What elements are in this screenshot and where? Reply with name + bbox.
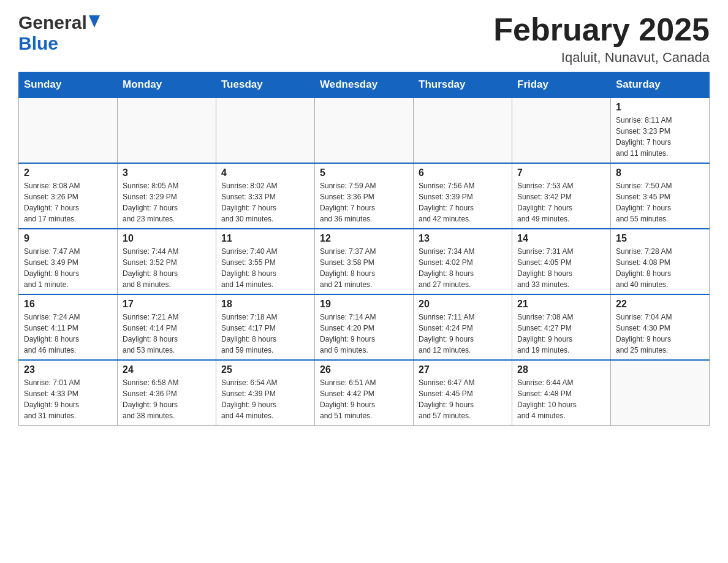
table-row <box>19 98 118 163</box>
day-info: Sunrise: 6:51 AM Sunset: 4:42 PM Dayligh… <box>320 377 408 421</box>
day-number: 3 <box>123 167 211 178</box>
table-row: 13Sunrise: 7:34 AM Sunset: 4:02 PM Dayli… <box>414 229 512 294</box>
table-row: 2Sunrise: 8:08 AM Sunset: 3:26 PM Daylig… <box>19 163 118 229</box>
day-info: Sunrise: 7:56 AM Sunset: 3:39 PM Dayligh… <box>419 180 507 224</box>
table-row: 9Sunrise: 7:47 AM Sunset: 3:49 PM Daylig… <box>19 229 118 294</box>
table-row: 19Sunrise: 7:14 AM Sunset: 4:20 PM Dayli… <box>315 294 414 360</box>
calendar-week-row: 1Sunrise: 8:11 AM Sunset: 3:23 PM Daylig… <box>19 98 710 163</box>
table-row: 27Sunrise: 6:47 AM Sunset: 4:45 PM Dayli… <box>414 360 512 426</box>
table-row: 24Sunrise: 6:58 AM Sunset: 4:36 PM Dayli… <box>118 360 216 426</box>
day-info: Sunrise: 7:37 AM Sunset: 3:58 PM Dayligh… <box>320 246 408 290</box>
day-number: 10 <box>123 233 211 244</box>
day-info: Sunrise: 8:08 AM Sunset: 3:26 PM Dayligh… <box>24 180 112 224</box>
table-row: 26Sunrise: 6:51 AM Sunset: 4:42 PM Dayli… <box>315 360 414 426</box>
title-block: February 2025 Iqaluit, Nunavut, Canada <box>493 12 710 66</box>
table-row: 1Sunrise: 8:11 AM Sunset: 3:23 PM Daylig… <box>611 98 710 163</box>
day-number: 28 <box>517 364 605 375</box>
table-row: 11Sunrise: 7:40 AM Sunset: 3:55 PM Dayli… <box>216 229 315 294</box>
page-header: General Blue February 2025 Iqaluit, Nuna… <box>18 12 710 66</box>
table-row: 14Sunrise: 7:31 AM Sunset: 4:05 PM Dayli… <box>512 229 611 294</box>
day-number: 2 <box>24 167 112 178</box>
day-info: Sunrise: 6:44 AM Sunset: 4:48 PM Dayligh… <box>517 377 605 421</box>
day-info: Sunrise: 8:02 AM Sunset: 3:33 PM Dayligh… <box>221 180 309 224</box>
calendar-week-row: 9Sunrise: 7:47 AM Sunset: 3:49 PM Daylig… <box>19 229 710 294</box>
day-info: Sunrise: 8:05 AM Sunset: 3:29 PM Dayligh… <box>123 180 211 224</box>
day-number: 1 <box>616 102 704 113</box>
day-info: Sunrise: 7:34 AM Sunset: 4:02 PM Dayligh… <box>419 246 507 290</box>
table-row: 23Sunrise: 7:01 AM Sunset: 4:33 PM Dayli… <box>19 360 118 426</box>
day-info: Sunrise: 7:47 AM Sunset: 3:49 PM Dayligh… <box>24 246 112 290</box>
day-info: Sunrise: 6:54 AM Sunset: 4:39 PM Dayligh… <box>221 377 309 421</box>
table-row: 22Sunrise: 7:04 AM Sunset: 4:30 PM Dayli… <box>611 294 710 360</box>
header-friday: Friday <box>512 72 611 98</box>
header-thursday: Thursday <box>414 72 512 98</box>
calendar-header-row: Sunday Monday Tuesday Wednesday Thursday… <box>19 72 710 98</box>
table-row <box>611 360 710 426</box>
table-row: 4Sunrise: 8:02 AM Sunset: 3:33 PM Daylig… <box>216 163 315 229</box>
day-info: Sunrise: 7:53 AM Sunset: 3:42 PM Dayligh… <box>517 180 605 224</box>
table-row: 3Sunrise: 8:05 AM Sunset: 3:29 PM Daylig… <box>118 163 216 229</box>
location-subtitle: Iqaluit, Nunavut, Canada <box>493 50 710 66</box>
day-info: Sunrise: 7:11 AM Sunset: 4:24 PM Dayligh… <box>419 312 507 356</box>
day-info: Sunrise: 7:24 AM Sunset: 4:11 PM Dayligh… <box>24 312 112 356</box>
day-number: 11 <box>221 233 309 244</box>
day-number: 19 <box>320 299 408 310</box>
day-info: Sunrise: 7:40 AM Sunset: 3:55 PM Dayligh… <box>221 246 309 290</box>
table-row: 18Sunrise: 7:18 AM Sunset: 4:17 PM Dayli… <box>216 294 315 360</box>
day-number: 12 <box>320 233 408 244</box>
table-row: 17Sunrise: 7:21 AM Sunset: 4:14 PM Dayli… <box>118 294 216 360</box>
day-number: 4 <box>221 167 309 178</box>
day-number: 22 <box>616 299 704 310</box>
table-row: 25Sunrise: 6:54 AM Sunset: 4:39 PM Dayli… <box>216 360 315 426</box>
table-row: 8Sunrise: 7:50 AM Sunset: 3:45 PM Daylig… <box>611 163 710 229</box>
day-info: Sunrise: 7:14 AM Sunset: 4:20 PM Dayligh… <box>320 312 408 356</box>
day-info: Sunrise: 7:18 AM Sunset: 4:17 PM Dayligh… <box>221 312 309 356</box>
calendar-week-row: 2Sunrise: 8:08 AM Sunset: 3:26 PM Daylig… <box>19 163 710 229</box>
logo: General Blue <box>18 12 100 54</box>
calendar-week-row: 23Sunrise: 7:01 AM Sunset: 4:33 PM Dayli… <box>19 360 710 426</box>
table-row: 7Sunrise: 7:53 AM Sunset: 3:42 PM Daylig… <box>512 163 611 229</box>
table-row <box>315 98 414 163</box>
day-number: 26 <box>320 364 408 375</box>
day-info: Sunrise: 7:31 AM Sunset: 4:05 PM Dayligh… <box>517 246 605 290</box>
header-monday: Monday <box>118 72 216 98</box>
day-number: 20 <box>419 299 507 310</box>
day-number: 23 <box>24 364 112 375</box>
day-info: Sunrise: 8:11 AM Sunset: 3:23 PM Dayligh… <box>616 115 704 159</box>
day-number: 25 <box>221 364 309 375</box>
table-row: 16Sunrise: 7:24 AM Sunset: 4:11 PM Dayli… <box>19 294 118 360</box>
day-number: 6 <box>419 167 507 178</box>
day-info: Sunrise: 6:47 AM Sunset: 4:45 PM Dayligh… <box>419 377 507 421</box>
table-row <box>118 98 216 163</box>
table-row <box>216 98 315 163</box>
day-info: Sunrise: 7:01 AM Sunset: 4:33 PM Dayligh… <box>24 377 112 421</box>
calendar-table: Sunday Monday Tuesday Wednesday Thursday… <box>18 72 710 426</box>
day-number: 13 <box>419 233 507 244</box>
day-number: 24 <box>123 364 211 375</box>
header-wednesday: Wednesday <box>315 72 414 98</box>
table-row <box>414 98 512 163</box>
day-number: 18 <box>221 299 309 310</box>
table-row: 28Sunrise: 6:44 AM Sunset: 4:48 PM Dayli… <box>512 360 611 426</box>
day-number: 7 <box>517 167 605 178</box>
day-info: Sunrise: 7:28 AM Sunset: 4:08 PM Dayligh… <box>616 246 704 290</box>
day-info: Sunrise: 7:59 AM Sunset: 3:36 PM Dayligh… <box>320 180 408 224</box>
table-row: 21Sunrise: 7:08 AM Sunset: 4:27 PM Dayli… <box>512 294 611 360</box>
logo-blue-text: Blue <box>18 33 58 54</box>
table-row: 6Sunrise: 7:56 AM Sunset: 3:39 PM Daylig… <box>414 163 512 229</box>
table-row: 12Sunrise: 7:37 AM Sunset: 3:58 PM Dayli… <box>315 229 414 294</box>
day-number: 15 <box>616 233 704 244</box>
header-sunday: Sunday <box>19 72 118 98</box>
day-info: Sunrise: 7:08 AM Sunset: 4:27 PM Dayligh… <box>517 312 605 356</box>
day-info: Sunrise: 7:44 AM Sunset: 3:52 PM Dayligh… <box>123 246 211 290</box>
day-number: 8 <box>616 167 704 178</box>
month-title: February 2025 <box>493 12 710 47</box>
day-number: 27 <box>419 364 507 375</box>
day-number: 17 <box>123 299 211 310</box>
day-info: Sunrise: 6:58 AM Sunset: 4:36 PM Dayligh… <box>123 377 211 421</box>
day-info: Sunrise: 7:21 AM Sunset: 4:14 PM Dayligh… <box>123 312 211 356</box>
day-number: 9 <box>24 233 112 244</box>
logo-arrow-icon <box>89 15 100 30</box>
day-number: 5 <box>320 167 408 178</box>
day-info: Sunrise: 7:50 AM Sunset: 3:45 PM Dayligh… <box>616 180 704 224</box>
